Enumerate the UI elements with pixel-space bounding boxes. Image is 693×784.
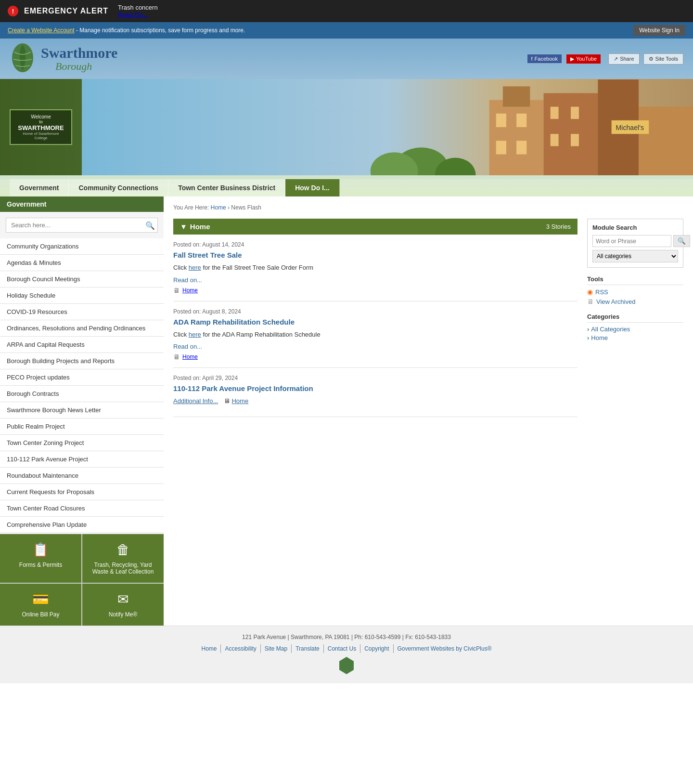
news-headline-3[interactable]: 110-112 Park Avenue Project Information [173,384,578,392]
quick-link-bill-pay[interactable]: 💳 Online Bill Pay [0,584,81,626]
search-input[interactable] [6,218,158,233]
nav-community[interactable]: Community Connections [69,179,168,196]
sidebar-item-building-projects[interactable]: Borough Building Projects and Reports [0,353,164,369]
tool-rss: ◉ RSS [587,288,683,296]
site-header: Swarthmore Borough f Facebook ▶ YouTube … [0,39,693,196]
list-item: Borough Building Projects and Reports [0,353,164,369]
main-content: Government 🔍 Community Organizations Age… [0,196,693,626]
sidebar-item-rfp[interactable]: Current Requests for Proposals [0,484,164,500]
sidebar-item-comp-plan[interactable]: Comprehensive Plan Update [0,517,164,533]
content-area: You Are Here: Home › News Flash ▼ Home 3… [164,196,693,626]
category-all-link[interactable]: All Categories [587,326,683,333]
sidebar-item-ordinances[interactable]: Ordinances, Resolutions and Pending Ordi… [0,320,164,336]
sidebar-item-covid[interactable]: COVID-19 Resources [0,304,164,320]
module-search-box: Module Search 🔍 All categories Home [587,219,683,268]
emergency-subtitle: Trash concern [118,4,158,11]
news-category-inline: 🖥 Home [224,397,248,405]
module-search-input[interactable] [592,235,671,247]
notify-label: Notify Me® [109,611,138,618]
sidebar-item-news-letter[interactable]: Swarthmore Borough News Letter [0,402,164,418]
content-inner: ▼ Home 3 Stories Posted on: August 14, 2… [173,219,683,417]
news-date-3: Posted on: April 29, 2024 [173,375,578,381]
sidebar-item-community-org[interactable]: Community Organizations [0,238,164,254]
news-date-2: Posted on: August 8, 2024 [173,308,578,315]
footer-sitemap[interactable]: Site Map [261,644,292,653]
module-search-inner: 🔍 [592,235,678,247]
news-body-link-1[interactable]: here [189,264,201,271]
archive-icon: 🖥 [587,298,594,305]
footer-accessibility[interactable]: Accessibility [221,644,260,653]
quick-link-forms[interactable]: 📋 Forms & Permits [0,534,81,583]
sidebar-item-public-realm[interactable]: Public Realm Project [0,418,164,434]
read-more-2[interactable]: Read on... [173,343,202,350]
logo-borough: Borough [55,61,117,72]
account-bar: Create a Website Account - Manage notifi… [0,22,693,39]
sidebar-item-peco[interactable]: PECO Project updates [0,369,164,385]
quick-link-trash[interactable]: 🗑 Trash, Recycling, Yard Waste & Leaf Co… [82,534,164,583]
module-search-title: Module Search [592,224,678,231]
tools-list: ◉ RSS 🖥 View Archived [587,288,683,305]
module-search-category[interactable]: All categories Home [592,250,678,262]
nav-town-center[interactable]: Town Center Business District [168,179,285,196]
create-account-link[interactable]: Create a Website Account [8,27,75,34]
emergency-title: EMERGENCY ALERT [24,7,108,15]
additional-info-link[interactable]: Additional Info... [173,397,218,405]
monitor-icon-1: 🖥 [173,287,180,294]
category-all: All Categories [587,326,683,333]
account-bar-description: - Manage notification subscriptions, sav… [76,27,245,34]
sidebar-item-contracts[interactable]: Borough Contracts [0,386,164,402]
youtube-button[interactable]: ▶ YouTube [566,54,601,64]
category-link-2[interactable]: Home [182,353,198,360]
trash-label: Trash, Recycling, Yard Waste & Leaf Coll… [87,562,159,575]
category-home-link[interactable]: Home [587,334,683,341]
footer-contact[interactable]: Contact Us [324,644,360,653]
list-item: 110-112 Park Avenue Project [0,451,164,468]
search-button[interactable]: 🔍 [145,221,155,230]
footer-copyright[interactable]: Copyright [360,644,393,653]
news-headline-2[interactable]: ADA Ramp Rehabilitation Schedule [173,318,578,326]
view-archived-link[interactable]: 🖥 View Archived [587,298,683,305]
forms-icon: 📋 [32,542,49,558]
category-link-1[interactable]: Home [182,287,198,294]
sidebar-item-agendas[interactable]: Agendas & Minutes [0,255,164,271]
svg-rect-8 [516,114,526,127]
list-item: Agendas & Minutes [0,255,164,271]
trash-icon: 🗑 [116,542,130,558]
news-headline-1[interactable]: Fall Street Tree Sale [173,251,578,259]
news-body-1: Click here for the Fall Street Tree Sale… [173,263,578,273]
site-tools-button[interactable]: ⚙ Site Tools [643,53,684,65]
list-item: Borough Contracts [0,386,164,402]
list-item: Swarthmore Borough News Letter [0,402,164,418]
category-tag-2: 🖥 Home [173,353,578,361]
footer-home[interactable]: Home [197,644,221,653]
breadcrumb-home[interactable]: Home [211,204,226,211]
sidebar-item-road-closures[interactable]: Town Center Road Closures [0,500,164,516]
category-link-3[interactable]: Home [231,397,248,405]
tools-section: Tools ◉ RSS 🖥 View Archived [587,275,683,305]
module-search-button[interactable]: 🔍 [673,235,690,247]
nav-how-do-i[interactable]: How Do I... [285,179,340,196]
footer-translate[interactable]: Translate [292,644,324,653]
sidebar-item-holiday[interactable]: Holiday Schedule [0,287,164,303]
news-body-link-2[interactable]: here [189,331,201,338]
svg-text:Michael's: Michael's [616,124,644,131]
facebook-button[interactable]: f Facebook [527,54,562,63]
youtube-icon: ▶ [570,56,574,62]
sidebar-item-town-zoning[interactable]: Town Center Zoning Project [0,435,164,451]
footer-civicplus[interactable]: Government Websites by CivicPlus® [394,644,496,653]
share-button[interactable]: ↗ Share [608,53,639,65]
quick-link-notify[interactable]: ✉ Notify Me® [82,584,164,626]
rss-link[interactable]: ◉ RSS [587,288,683,296]
logo-swarthmore: Swarthmore [41,45,117,61]
read-more-1[interactable]: Read on... [173,276,202,284]
sidebar-item-110-112[interactable]: 110-112 Park Avenue Project [0,451,164,467]
nav-government[interactable]: Government [10,179,69,196]
sidebar-item-arpa[interactable]: ARPA and Capital Requests [0,337,164,353]
emergency-link[interactable]: Read On... [118,11,148,18]
svg-rect-10 [516,141,526,154]
site-tools-label: Site Tools [655,56,679,62]
sign-in-button[interactable]: Website Sign In [633,25,685,36]
share-icon: ↗ [614,56,618,62]
sidebar-item-council-meetings[interactable]: Borough Council Meetings [0,271,164,287]
sidebar-item-roundabout[interactable]: Roundabout Maintenance [0,468,164,483]
